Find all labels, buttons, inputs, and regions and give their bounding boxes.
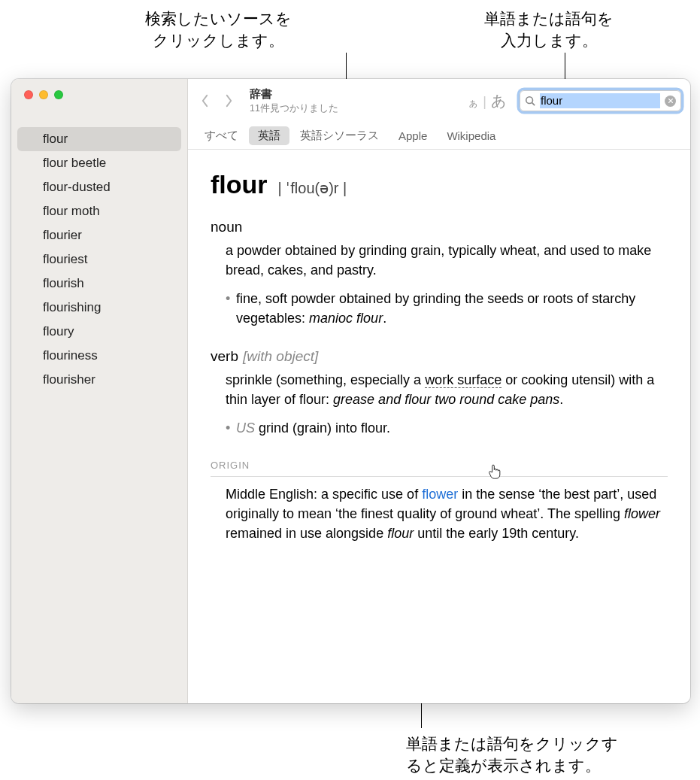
sidebar: flourflour beetleflour-dustedflour mothf… (11, 79, 188, 703)
source-tabs: すべて英語英語シソーラスAppleWikipedia (188, 123, 690, 150)
toolbar: 辞書 11件見つかりました ぁ | あ flour (188, 79, 690, 123)
verb-definition: sprinkle (something, especially a work s… (226, 370, 668, 409)
svg-line-1 (532, 103, 535, 106)
origin-link[interactable]: flower (422, 487, 458, 502)
minimize-icon[interactable] (39, 90, 48, 99)
list-item[interactable]: flourisher (11, 368, 187, 392)
list-item[interactable]: flourier (11, 223, 187, 247)
cursor-hand-icon (487, 463, 502, 480)
callout-lookup: 単語または語句をクリックす ると定義が表示されます。 (406, 733, 654, 777)
list-item[interactable]: flouriest (11, 247, 187, 272)
list-item[interactable]: floury (11, 320, 187, 344)
noun-sub-definition: fine, soft powder obtained by grinding t… (226, 289, 668, 328)
list-item[interactable]: flour beetle (11, 151, 187, 175)
noun-definition: a powder obtained by grinding grain, typ… (226, 241, 668, 280)
lookup-link[interactable]: work surface (425, 372, 502, 388)
origin-body: Middle English: a specific use of flower… (226, 484, 668, 543)
definition-content: flour | ˈflou(ə)r | noun a powder obtain… (188, 150, 690, 703)
callout-input: 単語または語句を 入力します。 (436, 8, 662, 52)
search-icon (525, 96, 535, 106)
dictionary-window: flourflour beetleflour-dustedflour mothf… (11, 79, 690, 703)
font-size-control[interactable]: ぁ | あ (468, 91, 506, 111)
window-controls (11, 79, 187, 123)
svg-point-0 (526, 97, 533, 104)
verb-sub-definition: US grind (grain) into flour. (226, 418, 668, 438)
close-icon (668, 98, 674, 104)
zoom-icon[interactable] (54, 90, 63, 99)
pos-noun: noun (211, 217, 668, 238)
close-icon[interactable] (24, 90, 33, 99)
list-item[interactable]: flour-dusted (11, 175, 187, 199)
clear-search-button[interactable] (665, 96, 676, 107)
window-title: 辞書 (250, 87, 338, 102)
font-separator: | (483, 94, 486, 110)
pronunciation: | ˈflou(ə)r | (278, 178, 347, 199)
list-item[interactable]: flour (17, 127, 181, 151)
list-item[interactable]: flour moth (11, 199, 187, 223)
forward-button[interactable] (218, 90, 239, 111)
font-large-icon: あ (491, 91, 506, 111)
list-item[interactable]: flouriness (11, 344, 187, 368)
source-tab[interactable]: 英語シソーラス (291, 126, 388, 145)
source-tab[interactable]: すべて (195, 126, 247, 145)
main-area: 辞書 11件見つかりました ぁ | あ flour すべて英語英語シソーラスAp… (188, 79, 690, 703)
source-tab[interactable]: 英語 (249, 126, 289, 145)
font-small-icon: ぁ (468, 96, 478, 110)
headword: flour (211, 166, 268, 203)
result-count: 11件見つかりました (250, 102, 338, 115)
list-item[interactable]: flourishing (11, 296, 187, 320)
title-block: 辞書 11件見つかりました (250, 87, 353, 115)
back-button[interactable] (194, 90, 215, 111)
list-item[interactable]: flourish (11, 272, 187, 296)
word-list: flourflour beetleflour-dustedflour mothf… (11, 123, 187, 703)
callout-source: 検索したいソースを クリックします。 (105, 8, 331, 52)
pos-verb: verb[with object] (211, 346, 668, 367)
search-input[interactable]: flour (520, 90, 681, 111)
source-tab[interactable]: Wikipedia (438, 127, 505, 144)
search-value: flour (540, 93, 660, 108)
source-tab[interactable]: Apple (389, 127, 436, 144)
origin-header: ORIGIN (211, 459, 668, 477)
